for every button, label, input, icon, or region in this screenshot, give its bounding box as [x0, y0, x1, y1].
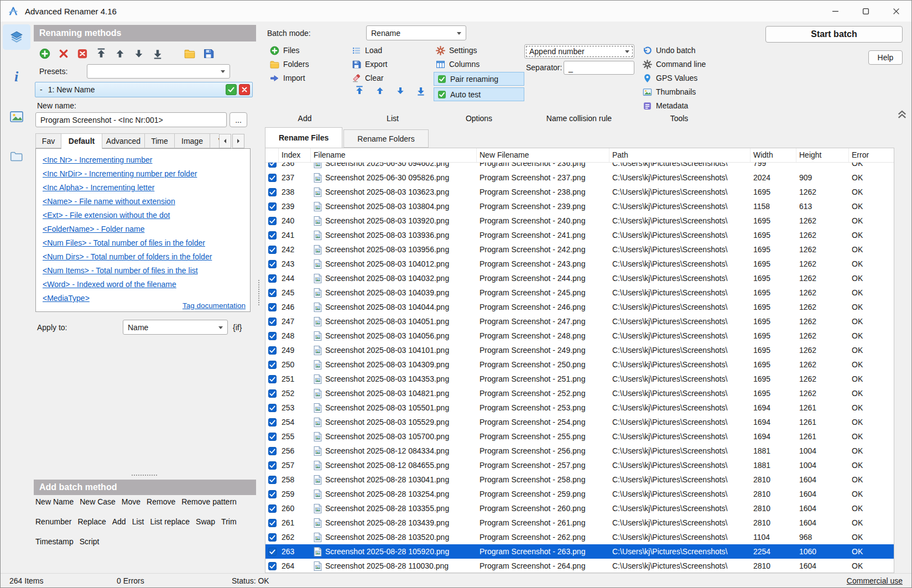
column-header-new-filename[interactable]: New Filename [477, 148, 609, 162]
batch-method-swap[interactable]: Swap [196, 517, 215, 528]
table-row[interactable]: 261Screenshot 2025-08-28 103439.pngProgr… [265, 516, 894, 530]
move-method-down-button[interactable] [133, 48, 144, 59]
load-button[interactable]: Load [350, 44, 387, 56]
row-checkbox[interactable] [265, 530, 279, 544]
batch-method-replace[interactable]: Replace [77, 517, 106, 528]
row-checkbox[interactable] [265, 501, 279, 516]
table-row[interactable]: 263Screenshot 2025-08-28 105920.pngProgr… [265, 544, 894, 559]
tab-rename-files[interactable]: Rename Files [265, 127, 342, 148]
batch-method-remove[interactable]: Remove [147, 497, 175, 508]
arrow-up-button[interactable] [375, 86, 385, 96]
license-link[interactable]: Commercial use [847, 576, 903, 585]
row-checkbox[interactable] [265, 487, 279, 501]
rail-item-renaming-methods[interactable] [3, 24, 30, 50]
tab-advanced[interactable]: Advanced [102, 133, 145, 148]
clear-button[interactable]: Clear [350, 72, 387, 84]
apply-to-dropdown[interactable]: Name [123, 320, 228, 335]
table-row[interactable]: 262Screenshot 2025-08-28 103520.pngProgr… [265, 530, 894, 544]
batch-method-new-name[interactable]: New Name [35, 497, 74, 508]
batch-method-add[interactable]: Add [112, 517, 126, 528]
undo-batch-button[interactable]: Undo batch [640, 44, 706, 56]
collapse-panel-button[interactable] [897, 109, 908, 119]
table-row[interactable]: 248Screenshot 2025-08-03 104056.pngProgr… [265, 329, 894, 343]
if-condition-button[interactable]: {if} [233, 323, 242, 332]
row-checkbox[interactable] [265, 242, 279, 257]
table-row[interactable]: 259Screenshot 2025-08-28 103254.pngProgr… [265, 487, 894, 501]
column-header-error[interactable]: Error [849, 148, 894, 162]
batch-method-renumber[interactable]: Renumber [35, 517, 71, 528]
tag-link[interactable]: <Inc NrDir> - Incrementing number per fo… [43, 167, 243, 181]
save-preset-button[interactable] [203, 48, 214, 59]
row-checkbox[interactable] [265, 444, 279, 458]
row-checkbox[interactable] [265, 300, 279, 314]
horizontal-splitter[interactable] [132, 475, 157, 476]
table-row[interactable]: 236Screenshot 2025-06-30 094602.pngProgr… [265, 163, 894, 170]
row-checkbox[interactable] [265, 199, 279, 214]
table-row[interactable]: 249Screenshot 2025-08-03 104101.pngProgr… [265, 343, 894, 357]
row-checkbox[interactable] [265, 271, 279, 285]
help-button[interactable]: Help [868, 50, 903, 65]
row-checkbox[interactable] [265, 472, 279, 487]
metadata-button[interactable]: Metadata [640, 100, 706, 112]
column-header-index[interactable]: Index [279, 148, 311, 162]
method-enabled-button[interactable] [226, 84, 237, 95]
tag-link[interactable]: <Num Items> - Total number of files in t… [43, 264, 243, 278]
row-checkbox[interactable] [265, 415, 279, 429]
table-row[interactable]: 241Screenshot 2025-08-03 103936.pngProgr… [265, 228, 894, 242]
table-row[interactable]: 242Screenshot 2025-08-03 103956.pngProgr… [265, 242, 894, 257]
row-checkbox[interactable] [265, 516, 279, 530]
new-name-input[interactable]: Program Screenshot - <Inc Nr:001> [35, 112, 227, 127]
batch-method-new-case[interactable]: New Case [80, 497, 116, 508]
table-row[interactable]: 245Screenshot 2025-08-03 104039.pngProgr… [265, 285, 894, 300]
table-row[interactable]: 252Screenshot 2025-08-03 104821.pngProgr… [265, 386, 894, 400]
column-header-height[interactable]: Height [796, 148, 849, 162]
table-row[interactable]: 250Screenshot 2025-08-03 104309.pngProgr… [265, 357, 894, 372]
separator-input[interactable]: _ [564, 61, 634, 75]
remove-method-button[interactable] [58, 48, 69, 59]
tabs-scroll-left-button[interactable] [219, 134, 231, 148]
column-header-checkbox[interactable] [265, 148, 279, 162]
tag-documentation-link[interactable]: Tag documentation [183, 301, 246, 310]
minimize-button[interactable] [820, 1, 851, 22]
table-row[interactable]: 258Screenshot 2025-08-28 103041.pngProgr… [265, 472, 894, 487]
tab-v[interactable]: V [210, 133, 219, 148]
row-checkbox[interactable] [265, 163, 279, 170]
tag-link[interactable]: <Inc Alpha> - Incrementing letter [43, 181, 243, 195]
table-row[interactable]: 264Screenshot 2025-08-28 110030.pngProgr… [265, 559, 894, 573]
auto-test-toggle[interactable]: Auto test [434, 87, 524, 101]
tag-link[interactable]: <Num Dirs> - Total number of folders in … [43, 250, 243, 264]
row-checkbox[interactable] [265, 343, 279, 357]
row-checkbox[interactable] [265, 214, 279, 228]
pair-renaming-toggle[interactable]: Pair renaming [434, 72, 524, 86]
tab-default[interactable]: Default [61, 133, 102, 149]
method-collapse-indicator[interactable]: - [40, 85, 43, 94]
method-delete-button[interactable] [239, 84, 250, 95]
row-checkbox[interactable] [265, 357, 279, 372]
batch-method-remove-pattern[interactable]: Remove pattern [181, 497, 237, 508]
tag-link[interactable]: <Ext> - File extension without the dot [43, 209, 243, 222]
row-checkbox[interactable] [265, 170, 279, 185]
remove-all-methods-button[interactable] [77, 48, 88, 59]
open-preset-button[interactable] [184, 48, 195, 59]
row-checkbox[interactable] [265, 314, 279, 329]
table-row[interactable]: 253Screenshot 2025-08-03 105501.pngProgr… [265, 400, 894, 415]
batch-method-script[interactable]: Script [80, 537, 100, 548]
batch-method-move[interactable]: Move [122, 497, 140, 508]
table-row[interactable]: 260Screenshot 2025-08-28 103355.pngProgr… [265, 501, 894, 516]
tag-link[interactable]: <Inc Nr> - Incrementing number [43, 153, 243, 167]
tag-link[interactable]: <Name> - File name without extension [43, 195, 243, 209]
rail-item-info[interactable]: i [3, 64, 30, 90]
collision-rule-dropdown[interactable]: Append number [524, 44, 634, 59]
row-checkbox[interactable] [265, 386, 279, 400]
move-method-up-button[interactable] [114, 48, 126, 59]
table-row[interactable]: 237Screenshot 2025-06-30 095826.pngProgr… [265, 170, 894, 185]
tag-link[interactable]: <FolderName> - Folder name [43, 222, 243, 236]
columns-button[interactable]: Columns [434, 58, 524, 70]
browse-tags-button[interactable]: ... [230, 112, 247, 127]
method-item-new-name[interactable]: - 1: New Name [35, 82, 253, 97]
vertical-splitter[interactable] [258, 280, 259, 305]
rail-item-folders[interactable] [3, 144, 30, 169]
arrow-top-button[interactable] [355, 86, 364, 96]
table-row[interactable]: 247Screenshot 2025-08-03 104051.pngProgr… [265, 314, 894, 329]
row-checkbox[interactable] [265, 544, 279, 559]
